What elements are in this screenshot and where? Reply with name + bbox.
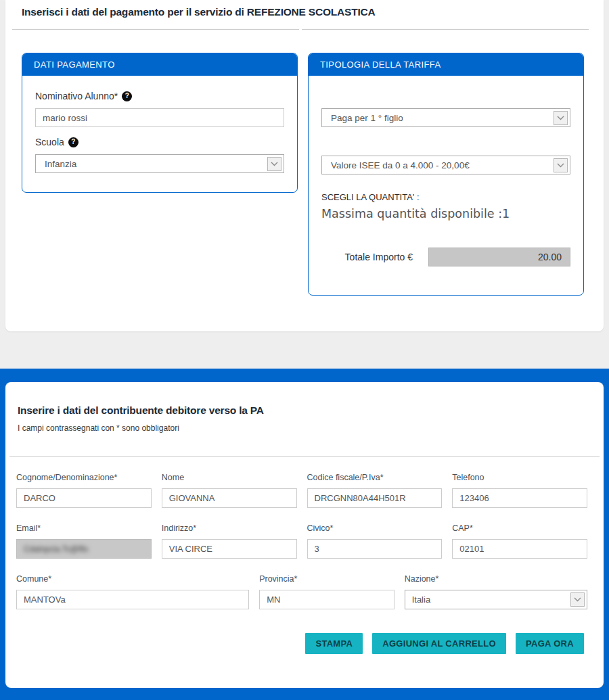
tipologia-tariffa-panel: TIPOLOGIA DELLA TARIFFA Paga per 1 ° fig… (308, 53, 584, 296)
civico-input[interactable] (307, 539, 443, 559)
stampa-button[interactable]: STAMPA (305, 633, 363, 654)
provincia-field-group: Provincia* (259, 574, 394, 609)
required-fields-note: I campi contrassegnati con * sono obblig… (5, 417, 604, 433)
scuola-label-text: Scuola (35, 137, 64, 147)
dati-pagamento-header: DATI PAGAMENTO (22, 53, 297, 76)
telefono-input[interactable] (452, 488, 587, 508)
indirizzo-label: Indirizzo* (162, 523, 297, 533)
indirizzo-input[interactable] (162, 539, 297, 559)
page-title: Inserisci i dati del pagamento per il se… (5, 0, 604, 18)
isee-select-value: Valore ISEE da 0 a 4.000 - 20,00€ (331, 160, 470, 170)
isee-select[interactable]: Valore ISEE da 0 a 4.000 - 20,00€ (321, 156, 570, 174)
paga-ora-button[interactable]: PAGA ORA (516, 633, 584, 654)
email-input-disabled: Cdalnpcla.Ts@flls (16, 539, 152, 559)
debtor-section-background: Inserire i dati del contribuente debitor… (0, 369, 609, 700)
nominativo-alunno-input[interactable] (35, 108, 284, 127)
totale-importo-label: Totale Importo € (321, 252, 428, 262)
provincia-input[interactable] (259, 590, 394, 609)
telefono-field-group: Telefono (452, 473, 587, 508)
cap-label: CAP* (452, 523, 587, 533)
scuola-select[interactable]: Infanzia (35, 154, 284, 173)
debtor-data-card: Inserire i dati del contribuente debitor… (5, 382, 604, 688)
telefono-label: Telefono (452, 473, 587, 482)
civico-label: Civico* (307, 523, 443, 533)
chevron-down-icon[interactable] (570, 592, 585, 607)
nazione-select[interactable]: Italia (405, 590, 587, 609)
chevron-down-icon[interactable] (554, 158, 568, 172)
chevron-down-icon[interactable] (267, 157, 281, 171)
chevron-down-icon[interactable] (554, 111, 568, 125)
nome-input[interactable] (162, 488, 297, 508)
figlio-select-value: Paga per 1 ° figlio (331, 113, 403, 123)
codice-fiscale-label: Codice fiscale/P.Iva* (307, 473, 443, 482)
comune-input[interactable] (16, 590, 249, 609)
cognome-label: Cognome/Denominazione* (16, 473, 152, 482)
email-redacted-text: Cdalnpcla.Ts@flls (24, 544, 89, 554)
totale-importo-value: 20.00 (428, 248, 570, 266)
nazione-label: Nazione* (405, 574, 587, 584)
question-circle-icon[interactable]: ? (68, 137, 78, 147)
question-circle-icon[interactable]: ? (122, 91, 132, 101)
scuola-select-value: Infanzia (45, 159, 76, 169)
figlio-select[interactable]: Paga per 1 ° figlio (321, 108, 570, 127)
cap-input[interactable] (452, 539, 587, 559)
codice-fiscale-field-group: Codice fiscale/P.Iva* (307, 473, 443, 508)
comune-label: Comune* (16, 574, 249, 584)
cap-field-group: CAP* (452, 523, 587, 559)
email-field-group: Email* Cdalnpcla.Ts@flls (16, 523, 152, 559)
scegli-quantita-label: SCEGLI LA QUANTITA' : (321, 192, 570, 202)
indirizzo-field-group: Indirizzo* (162, 523, 297, 559)
dati-pagamento-panel: DATI PAGAMENTO Nominativo Alunno* ? Scuo… (22, 53, 298, 193)
aggiungi-al-carrello-button[interactable]: AGGIUNGI AL CARRELLO (372, 633, 506, 654)
comune-field-group: Comune* (16, 574, 249, 609)
cognome-input[interactable] (16, 488, 152, 508)
nominativo-alunno-label: Nominativo Alunno* ? (35, 91, 284, 101)
scuola-label: Scuola ? (35, 137, 284, 147)
nazione-field-group: Nazione* Italia (405, 574, 587, 609)
nominativo-alunno-label-text: Nominativo Alunno* (35, 91, 118, 101)
codice-fiscale-input[interactable] (307, 488, 443, 508)
cognome-field-group: Cognome/Denominazione* (16, 473, 152, 508)
debtor-title: Inserire i dati del contribuente debitor… (5, 382, 604, 417)
nome-field-group: Nome (162, 473, 297, 508)
massima-quantita-text: Massima quantità disponibile :1 (321, 207, 570, 220)
payment-data-card: Inserisci i dati del pagamento per il se… (5, 0, 604, 331)
section-gap (0, 331, 609, 369)
tipologia-tariffa-header: TIPOLOGIA DELLA TARIFFA (309, 53, 583, 76)
email-label: Email* (16, 523, 152, 533)
nome-label: Nome (162, 473, 297, 482)
nazione-select-value: Italia (412, 594, 430, 605)
provincia-label: Provincia* (259, 574, 394, 584)
civico-field-group: Civico* (307, 523, 443, 559)
